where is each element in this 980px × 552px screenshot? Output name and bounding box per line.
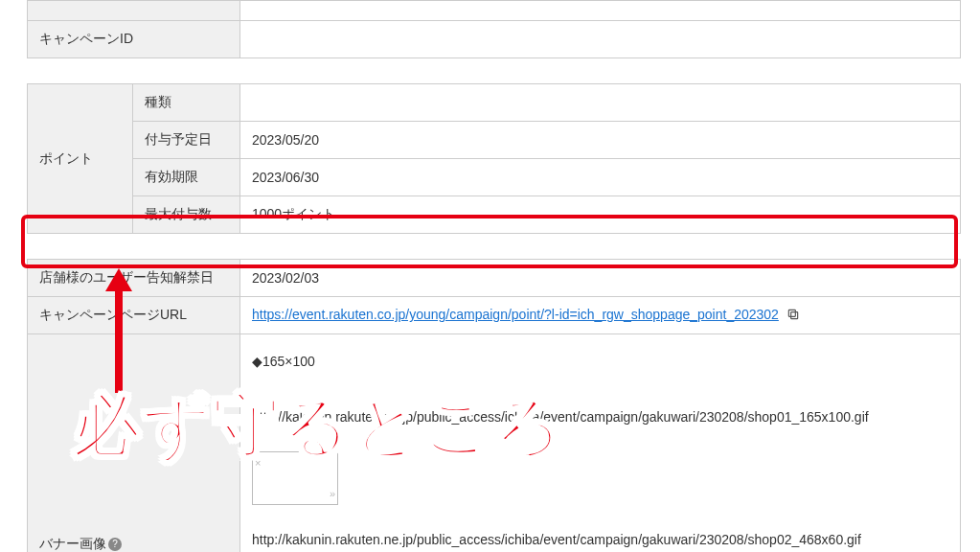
row-campaign-id: キャンペーンID: [28, 21, 961, 58]
table-point-block: ポイント 種類 付与予定日 2023/05/20 有効期限 2023/06/30…: [27, 83, 961, 234]
label-banner-text: バナー画像: [39, 536, 106, 551]
value-point-expiry: 2023/06/30: [240, 159, 961, 196]
value-banner: ◆165×100 http://kakunin.rakuten.ne.jp/pu…: [240, 334, 961, 553]
copy-icon[interactable]: [786, 308, 800, 324]
value-campaign-id: [240, 21, 961, 58]
table-detail-block: 店舗様のユーザー告知解禁日 2023/02/03 キャンペーンページURL ht…: [27, 259, 961, 552]
value-point-type: [240, 84, 961, 122]
label-banner: バナー画像?: [28, 334, 240, 553]
label-campaign-id: キャンペーンID: [28, 21, 240, 58]
value-point-grantdate: 2023/05/20: [240, 122, 961, 159]
banner-img2-url: http://kakunin.rakuten.ne.jp/public_acce…: [252, 526, 948, 552]
label-point-max: 最大付与数: [133, 196, 240, 234]
value-disclose-date: 2023/02/03: [240, 260, 961, 297]
svg-rect-1: [788, 310, 795, 316]
label-point-expiry: 有効期限: [133, 159, 240, 196]
row-campaign-url: キャンペーンページURL https://event.rakuten.co.jp…: [28, 297, 961, 334]
svg-rect-0: [790, 312, 797, 319]
banner-size1: ◆165×100: [252, 348, 948, 375]
help-icon[interactable]: ?: [108, 538, 122, 551]
table-campaign-top: キャンペーンID: [27, 0, 961, 58]
value-blank: [240, 1, 961, 21]
label-disclose-date: 店舗様のユーザー告知解禁日: [28, 260, 240, 297]
row-blank: [28, 1, 961, 21]
label-point-grantdate: 付与予定日: [133, 122, 240, 159]
row-disclose-date: 店舗様のユーザー告知解禁日 2023/02/03: [28, 260, 961, 297]
banner-img1-url: http://kakunin.rakuten.ne.jp/public_acce…: [252, 403, 948, 430]
row-banner: バナー画像? ◆165×100 http://kakunin.rakuten.n…: [28, 334, 961, 553]
label-point-group: ポイント: [28, 84, 133, 234]
label-campaign-url: キャンペーンページURL: [28, 297, 240, 334]
banner-thumb-placeholder: ×»: [252, 451, 338, 505]
value-point-max: 1000ポイント: [240, 196, 961, 234]
label-blank: [28, 1, 240, 21]
label-point-type: 種類: [133, 84, 240, 122]
value-campaign-url: https://event.rakuten.co.jp/young/campai…: [240, 297, 961, 334]
campaign-url-link[interactable]: https://event.rakuten.co.jp/young/campai…: [252, 307, 779, 322]
